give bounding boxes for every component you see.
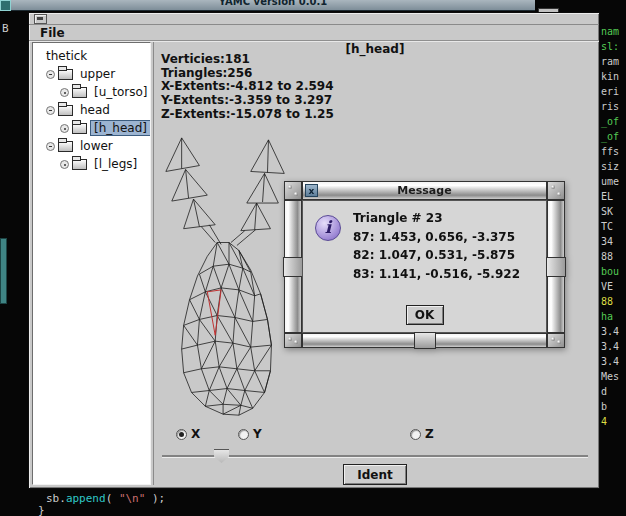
terminal-line: kin <box>601 69 619 84</box>
message-line: Triangle # 23 <box>353 209 520 228</box>
terminal-line: 88 <box>601 294 619 309</box>
terminal-line: 3.4 <box>601 324 619 339</box>
terminal-line: VE <box>601 279 619 294</box>
tree-toggle-icon[interactable] <box>46 142 55 151</box>
dialog-corner-ornament <box>284 181 302 200</box>
radio-icon[interactable] <box>410 429 421 440</box>
dialog-pipe-border <box>284 200 302 333</box>
message-text: Triangle # 2387: 1.453, 0.656, -3.37582:… <box>353 209 520 283</box>
dialog-corner-ornament <box>547 333 565 348</box>
terminal-line: nam <box>601 24 619 39</box>
dialog-corner-ornament <box>284 333 302 348</box>
folder-icon <box>58 141 73 152</box>
terminal-line: TC <box>601 219 619 234</box>
radio-label: Z <box>425 427 434 441</box>
axis-radio-group: X Y Z <box>154 427 596 443</box>
tree-item[interactable]: lower <box>33 137 150 155</box>
stat-line: X-Extents:-4.812 to 2.594 <box>161 80 334 94</box>
ok-button[interactable]: OK <box>406 305 444 325</box>
dialog-pipe-border <box>547 200 565 333</box>
radio-label: Y <box>253 427 262 441</box>
tree-panel: thetick upper [u_torso] head [h_head] <box>32 42 151 485</box>
stat-line: Verticies:181 <box>161 53 334 67</box>
tree-item[interactable]: head <box>33 101 150 119</box>
folder-icon <box>58 69 73 80</box>
radio-option[interactable]: X <box>176 427 200 441</box>
terminal-line: d <box>601 384 619 399</box>
terminal-line: b <box>601 399 619 414</box>
radio-icon[interactable] <box>238 429 249 440</box>
code-token: ); <box>145 492 165 505</box>
radio-option[interactable]: Y <box>238 427 262 441</box>
tree-item[interactable]: upper <box>33 65 150 83</box>
terminal-line: sl: <box>601 39 619 54</box>
terminal-brace: } <box>38 504 45 516</box>
terminal-line: Mes <box>601 369 619 384</box>
folder-icon <box>72 123 87 134</box>
radio-label: X <box>191 427 200 441</box>
terminal-line: _of <box>601 129 619 144</box>
dialog-close-button[interactable]: x <box>305 184 318 197</box>
terminal-fragment-text: B <box>2 22 9 35</box>
tree-item[interactable]: [l_legs] <box>33 155 150 173</box>
code-token: "\n" <box>119 492 146 505</box>
terminal-code-line: sb.append( "\n" ); <box>46 492 165 505</box>
terminal-line: 3.4 <box>601 354 619 369</box>
slider-thumb[interactable] <box>214 449 229 463</box>
background-window-title: YAMC version 0.0.1 <box>219 0 327 7</box>
axis-slider[interactable] <box>162 448 588 464</box>
stat-line: Triangles:256 <box>161 67 334 81</box>
terminal-scrollbar-fragment <box>0 238 7 304</box>
background-window-titlebar: YAMC version 0.0.1 <box>11 0 535 11</box>
tree-item-label[interactable]: [l_legs] <box>91 157 140 171</box>
tree-toggle-icon[interactable] <box>46 106 55 115</box>
terminal-line: ffs <box>601 144 619 159</box>
radio-icon[interactable] <box>176 429 187 440</box>
message-row: Triangle # 2387: 1.453, 0.656, -3.37582:… <box>315 209 536 283</box>
tree-item[interactable]: [u_torso] <box>33 83 150 101</box>
folder-icon <box>72 159 87 170</box>
stat-line: Y-Extents:-3.359 to 3.297 <box>161 94 334 108</box>
tree-toggle-icon[interactable] <box>60 124 69 133</box>
terminal-line: ume <box>601 174 619 189</box>
window-titlebar[interactable] <box>29 13 599 25</box>
radio-option[interactable]: Z <box>410 427 434 441</box>
terminal-line: 4 <box>601 414 619 429</box>
tree-item-label[interactable]: head <box>77 103 113 117</box>
menu-bar: File <box>29 25 599 41</box>
wireframe-mesh[interactable] <box>156 132 304 428</box>
highlighted-triangle[interactable] <box>207 290 221 335</box>
tree-item-label[interactable]: lower <box>77 139 116 153</box>
tree-toggle-icon[interactable] <box>46 70 55 79</box>
dialog-title: Message <box>397 184 451 197</box>
message-line: 83: 1.141, -0.516, -5.922 <box>353 265 520 284</box>
message-line: 87: 1.453, 0.656, -3.375 <box>353 228 520 247</box>
terminal-bottom: sb.append( "\n" ); } <box>0 489 626 516</box>
tree-item-label[interactable]: [u_torso] <box>91 85 151 99</box>
window-menu-button[interactable] <box>34 14 47 24</box>
message-dialog: x Message Triangle # 2387: 1.453, 0.656,… <box>284 181 565 348</box>
terminal-line: ram <box>601 54 619 69</box>
terminal-line: _of <box>601 114 619 129</box>
tree-item-label[interactable]: thetick <box>43 49 90 63</box>
stat-line: Z-Extents:-15.078 to 1.25 <box>161 108 334 122</box>
tree-item[interactable]: [h_head] <box>33 119 150 137</box>
tree-toggle-icon[interactable] <box>60 160 69 169</box>
message-line: 82: 1.047, 0.531, -5.875 <box>353 246 520 265</box>
terminal-lines: namsl:ramkineriris_of_offfssizumeELSKTC3… <box>601 24 619 429</box>
dialog-titlebar[interactable]: x Message <box>302 181 547 200</box>
terminal-line: ris <box>601 99 619 114</box>
tree-item-label[interactable]: [h_head] <box>91 121 150 135</box>
terminal-line: ha <box>601 309 619 324</box>
tree-toggle-icon[interactable] <box>60 88 69 97</box>
menu-file[interactable]: File <box>40 26 65 40</box>
terminal-line: siz <box>601 159 619 174</box>
background-window-fragment <box>0 0 11 11</box>
tree-item[interactable]: thetick <box>33 47 150 65</box>
mesh-stats: Verticies:181Triangles:256X-Extents:-4.8… <box>161 53 334 122</box>
tree-item-label[interactable]: upper <box>77 67 118 81</box>
code-token: sb. <box>46 492 66 505</box>
dialog-content: Triangle # 2387: 1.453, 0.656, -3.37582:… <box>302 200 547 333</box>
ident-button[interactable]: Ident <box>343 464 407 485</box>
folder-icon <box>58 105 73 116</box>
